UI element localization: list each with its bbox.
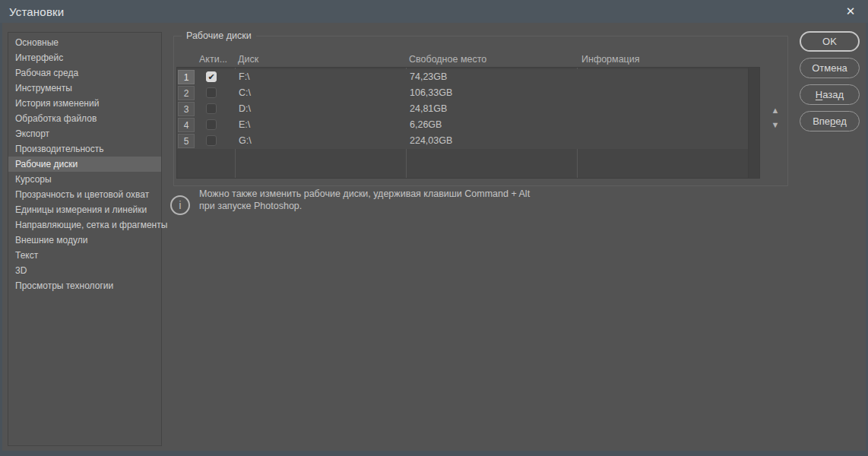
row-number: 2: [178, 86, 195, 100]
disk-letter-cell: C:\: [239, 85, 251, 101]
groupbox-title: Рабочие диски: [182, 30, 256, 41]
sidebar-item[interactable]: Просмотры технологии: [8, 278, 161, 293]
sidebar-item[interactable]: Прозрачность и цветовой охват: [8, 187, 161, 202]
sidebar-item-selected[interactable]: Рабочие диски: [8, 157, 161, 172]
close-icon: ✕: [846, 5, 856, 18]
disk-letter-cell: G:\: [239, 133, 252, 149]
sidebar-item[interactable]: Направляющие, сетка и фрагменты: [8, 217, 161, 233]
disk-letter-cell: E:\: [239, 117, 250, 133]
note-text: Можно также изменить рабочие диски, удер…: [199, 188, 530, 212]
disk-row[interactable]: 1✔F:\74,23GB: [177, 69, 748, 85]
sidebar-item[interactable]: Рабочая среда: [8, 65, 161, 81]
free-space-cell: 24,81GB: [410, 101, 447, 117]
free-space-cell: 6,26GB: [410, 117, 442, 133]
free-space-cell: 106,33GB: [410, 85, 452, 101]
close-button[interactable]: ✕: [833, 0, 868, 23]
note-line-1: Можно также изменить рабочие диски, удер…: [199, 188, 530, 201]
ok-button[interactable]: OK: [800, 31, 860, 52]
window-frame-left: [0, 23, 2, 456]
row-number: 1: [178, 70, 195, 84]
column-header-information: Информация: [581, 54, 640, 65]
forward-button[interactable]: Вперед: [800, 111, 860, 131]
active-checkbox[interactable]: [206, 135, 217, 146]
sidebar-item[interactable]: Инструменты: [8, 81, 161, 96]
sidebar-item[interactable]: Экспорт: [8, 126, 161, 141]
disk-letter-cell: F:\: [239, 69, 250, 85]
row-number: 4: [178, 118, 195, 132]
free-space-cell: 224,03GB: [410, 133, 452, 149]
active-checkbox-checked[interactable]: ✔: [206, 71, 217, 82]
active-checkbox[interactable]: [206, 103, 217, 114]
move-up-icon[interactable]: ▲: [767, 103, 784, 118]
cancel-label: Отмена: [812, 62, 847, 74]
sidebar-item[interactable]: 3D: [8, 263, 161, 278]
info-icon: i: [170, 195, 190, 215]
column-header-free-space: Свободное место: [409, 54, 486, 65]
disk-row[interactable]: 3D:\24,81GB: [177, 101, 748, 117]
sidebar-item[interactable]: История изменений: [8, 96, 161, 111]
sidebar-item[interactable]: Текст: [8, 248, 161, 263]
back-button[interactable]: Назад: [800, 84, 860, 105]
active-checkbox[interactable]: [206, 87, 217, 98]
preferences-sidebar: ОсновныеИнтерфейсРабочая средаИнструмент…: [8, 32, 162, 446]
reorder-controls: ▲ ▼: [767, 103, 784, 132]
dialog-title: Установки: [9, 5, 64, 18]
titlebar: Установки: [0, 0, 868, 23]
sidebar-item[interactable]: Внешние модули: [8, 233, 161, 248]
sidebar-item[interactable]: Курсоры: [8, 172, 161, 187]
free-space-cell: 74,23GB: [410, 69, 447, 85]
row-number: 5: [178, 134, 195, 148]
note-line-2: при запуске Photoshop.: [199, 201, 530, 213]
cancel-button[interactable]: Отмена: [800, 58, 860, 78]
forward-label-pre: Впе: [813, 116, 830, 127]
column-header-active: Акти...: [199, 54, 227, 65]
disk-letter-cell: D:\: [239, 101, 251, 117]
sidebar-item[interactable]: Интерфейс: [8, 50, 161, 65]
sidebar-item[interactable]: Основные: [8, 35, 161, 50]
disk-row[interactable]: 4E:\6,26GB: [177, 117, 748, 133]
disk-row[interactable]: 2C:\106,33GB: [177, 85, 748, 101]
scratch-disk-table: 1✔F:\74,23GB2C:\106,33GB3D:\24,81GB4E:\6…: [176, 67, 749, 179]
column-header-disk: Диск: [238, 54, 258, 65]
ok-label: OK: [822, 36, 837, 47]
forward-label-post: ед: [835, 116, 847, 127]
row-number: 3: [178, 102, 195, 116]
back-label-underline: Н: [816, 89, 822, 100]
sidebar-item[interactable]: Единицы измерения и линейки: [8, 202, 161, 217]
window-frame-bottom: [0, 451, 868, 456]
back-label-post: азад: [822, 89, 844, 100]
disk-row[interactable]: 5G:\224,03GB: [177, 133, 748, 149]
sidebar-item[interactable]: Производительность: [8, 141, 161, 157]
table-scrollbar[interactable]: [749, 67, 760, 179]
preferences-dialog: Установки ✕ ОсновныеИнтерфейсРабочая сре…: [0, 0, 868, 456]
active-checkbox[interactable]: [206, 119, 217, 130]
move-down-icon[interactable]: ▼: [767, 118, 784, 132]
sidebar-item[interactable]: Обработка файлов: [8, 111, 161, 126]
